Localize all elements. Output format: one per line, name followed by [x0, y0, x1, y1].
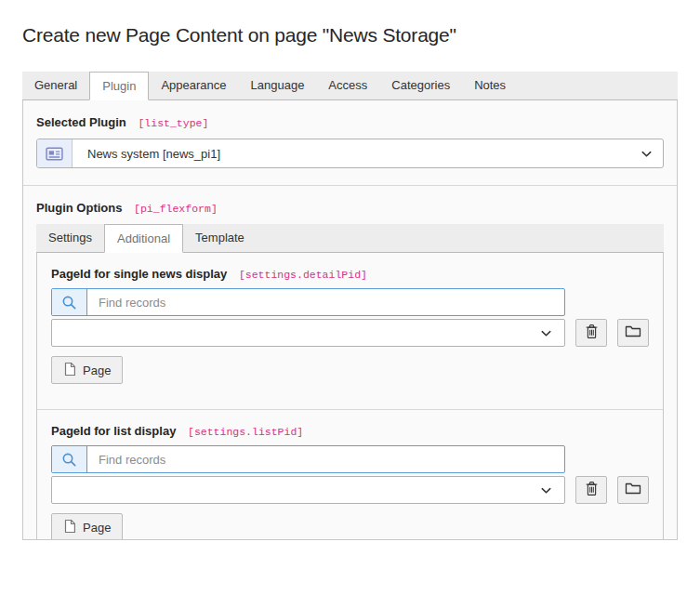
tab-language[interactable]: Language [239, 72, 317, 99]
remove-selected-button[interactable] [575, 476, 607, 504]
tab-settings[interactable]: Settings [36, 224, 104, 252]
list-pid-section: PageId for list display [settings.listPi… [37, 409, 663, 540]
newspaper-icon [37, 139, 73, 167]
selected-plugin-label-row: Selected Plugin [list_type] [36, 115, 664, 129]
plugin-tab-panel: Selected Plugin [list_type] News system … [22, 100, 678, 540]
detail-pid-page-button[interactable]: Page [51, 356, 123, 384]
detail-pid-section: PageId for single news display [settings… [37, 253, 663, 409]
chevron-down-icon [527, 483, 564, 497]
plugin-options-field-key: [pi_flexform] [134, 203, 218, 215]
trash-icon [585, 481, 599, 500]
detail-pid-row [51, 319, 649, 347]
page-button-label: Page [83, 521, 111, 535]
tab-general[interactable]: General [22, 72, 89, 99]
tab-appearance[interactable]: Appearance [149, 72, 238, 99]
selected-plugin-section: Selected Plugin [list_type] News system … [23, 100, 677, 185]
content-form: General Plugin Appearance Language Acces… [22, 72, 678, 540]
search-icon [52, 289, 87, 315]
chevron-down-icon [629, 139, 663, 167]
remove-selected-button[interactable] [575, 319, 607, 347]
detail-pid-label-row: PageId for single news display [settings… [51, 267, 649, 281]
chevron-down-icon [527, 326, 564, 340]
selected-plugin-label: Selected Plugin [36, 115, 126, 129]
detail-pid-select[interactable] [51, 319, 565, 347]
tab-template[interactable]: Template [183, 224, 257, 252]
tab-notes[interactable]: Notes [462, 72, 518, 99]
detail-pid-field-key: [settings.detailPid] [239, 269, 367, 281]
page-icon [63, 519, 83, 536]
plugin-options-section: Plugin Options [pi_flexform] Settings Ad… [23, 185, 677, 540]
page-title: Create new Page Content on page "News St… [22, 24, 678, 46]
list-pid-page-button[interactable]: Page [51, 513, 123, 540]
list-pid-search-group [51, 445, 565, 473]
detail-pid-search-group [51, 288, 565, 316]
folder-icon [625, 482, 641, 498]
tab-plugin[interactable]: Plugin [89, 72, 149, 100]
tab-categories[interactable]: Categories [379, 72, 462, 99]
list-pid-search-input[interactable] [87, 446, 564, 472]
main-tab-bar: General Plugin Appearance Language Acces… [22, 72, 678, 100]
page-icon [63, 362, 83, 379]
selected-plugin-select[interactable]: News system [news_pi1] [36, 139, 664, 168]
plugin-options-tab-bar: Settings Additional Template [36, 224, 664, 253]
list-pid-label-row: PageId for list display [settings.listPi… [51, 424, 649, 438]
plugin-options-label-row: Plugin Options [pi_flexform] [36, 201, 664, 215]
selected-plugin-value: News system [news_pi1] [73, 139, 629, 167]
list-pid-field-key: [settings.listPid] [188, 426, 303, 438]
detail-pid-label: PageId for single news display [51, 267, 227, 281]
list-pid-label: PageId for list display [51, 424, 176, 438]
page-button-label: Page [83, 364, 111, 377]
trash-icon [585, 324, 599, 343]
tab-access[interactable]: Access [316, 72, 379, 99]
tab-additional[interactable]: Additional [104, 224, 183, 253]
list-pid-row [51, 476, 649, 504]
search-icon [52, 446, 87, 472]
selected-plugin-field-key: [list_type] [138, 117, 208, 129]
additional-tab-panel: PageId for single news display [settings… [36, 253, 664, 540]
folder-icon [625, 324, 641, 341]
plugin-options-label: Plugin Options [36, 201, 122, 215]
detail-pid-search-input[interactable] [87, 289, 564, 315]
browse-folder-button[interactable] [617, 319, 649, 347]
list-pid-select[interactable] [51, 476, 565, 504]
browse-folder-button[interactable] [617, 476, 649, 504]
